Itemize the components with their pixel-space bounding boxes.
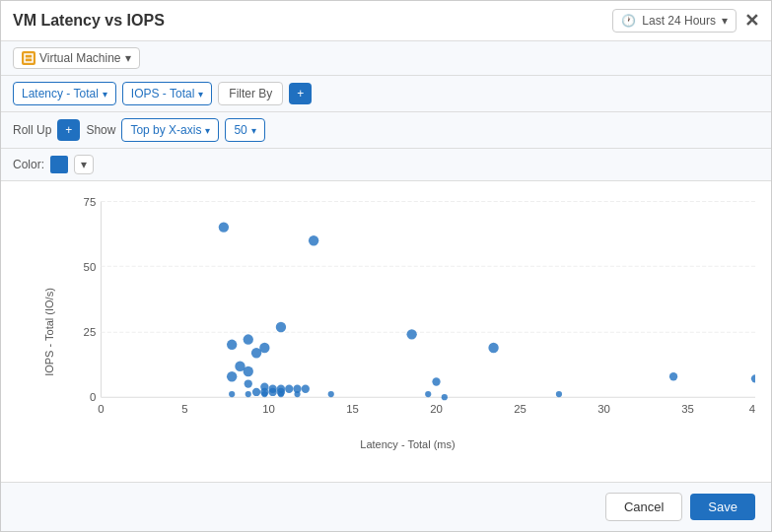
latency-dropdown[interactable]: Latency - Total ▾: [13, 82, 116, 105]
topby-dropdown[interactable]: Top by X-axis ▾: [121, 118, 219, 142]
chart-inner: 75 50 25 0 0 5 10 15 20 25 30 35 40: [60, 191, 755, 438]
svg-point-30: [245, 379, 252, 387]
toolbar-row: Virtual Machine ▾: [1, 41, 771, 76]
svg-text:5: 5: [181, 403, 187, 415]
chevron-down-icon: ▾: [81, 158, 87, 171]
clock-icon: 🕐: [621, 14, 636, 28]
svg-point-46: [328, 391, 334, 397]
svg-point-48: [432, 377, 440, 385]
svg-text:0: 0: [98, 403, 104, 415]
count-dropdown[interactable]: 50 ▾: [225, 118, 264, 142]
svg-text:35: 35: [681, 403, 694, 415]
svg-text:75: 75: [84, 196, 97, 208]
modal-header: VM Latency vs IOPS 🕐 Last 24 Hours ▾ ✕: [1, 1, 771, 41]
svg-point-50: [406, 329, 416, 339]
x-axis-label: Latency - Total (ms): [60, 438, 755, 450]
controls-row-1: Latency - Total ▾ IOPS - Total ▾ Filter …: [1, 76, 771, 112]
controls-row-2: Roll Up + Show Top by X-axis ▾ 50 ▾: [1, 112, 771, 149]
svg-point-45: [294, 391, 300, 397]
modal-container: VM Latency vs IOPS 🕐 Last 24 Hours ▾ ✕ V…: [0, 0, 772, 532]
svg-text:50: 50: [84, 260, 97, 272]
svg-text:40: 40: [749, 403, 755, 415]
save-button[interactable]: Save: [690, 494, 755, 520]
svg-text:10: 10: [262, 403, 275, 415]
svg-text:30: 30: [597, 403, 610, 415]
svg-point-39: [269, 388, 277, 396]
rollup-label: Roll Up: [13, 123, 51, 137]
color-dropdown[interactable]: ▾: [74, 155, 94, 174]
svg-point-52: [669, 372, 677, 380]
chevron-down-icon: ▾: [125, 51, 131, 65]
show-label: Show: [86, 123, 115, 137]
chevron-down-icon: ▾: [251, 125, 256, 136]
iops-label: IOPS - Total: [131, 87, 194, 100]
svg-point-20: [219, 222, 229, 232]
iops-dropdown[interactable]: IOPS - Total ▾: [122, 82, 212, 105]
vm-badge[interactable]: Virtual Machine ▾: [13, 47, 140, 69]
chevron-down-icon: ▾: [198, 89, 203, 100]
svg-point-37: [252, 388, 260, 396]
svg-point-41: [229, 391, 235, 397]
chevron-down-icon: ▾: [205, 125, 210, 136]
chart-area: IOPS - Total (IO/s) 75 50 25 0 0 5 10 15: [1, 181, 771, 482]
topby-label: Top by X-axis: [130, 123, 201, 137]
svg-point-24: [227, 340, 237, 350]
cancel-button[interactable]: Cancel: [605, 493, 682, 521]
svg-text:15: 15: [346, 403, 359, 415]
chevron-down-icon: ▾: [722, 14, 728, 28]
vm-icon: [22, 51, 35, 65]
svg-point-22: [276, 322, 286, 332]
modal-footer: Cancel Save: [1, 482, 771, 531]
svg-point-43: [261, 391, 267, 397]
scatter-chart: 75 50 25 0 0 5 10 15 20 25 30 35 40: [60, 191, 755, 438]
close-button[interactable]: ✕: [744, 10, 759, 32]
modal-title: VM Latency vs IOPS: [13, 12, 612, 30]
rollup-add-button[interactable]: +: [57, 119, 80, 141]
filter-by-button[interactable]: Filter By: [218, 82, 283, 105]
color-swatch[interactable]: [50, 156, 68, 173]
svg-text:25: 25: [514, 403, 526, 415]
vm-label: Virtual Machine: [39, 51, 121, 65]
svg-point-54: [556, 391, 562, 397]
add-filter-button[interactable]: +: [289, 83, 312, 104]
latency-label: Latency - Total: [22, 87, 99, 100]
color-label: Color:: [13, 158, 44, 171]
svg-point-53: [751, 374, 755, 382]
svg-point-29: [227, 371, 237, 381]
svg-point-28: [244, 366, 253, 376]
svg-point-49: [442, 394, 448, 400]
svg-point-44: [278, 391, 284, 397]
svg-text:20: 20: [430, 403, 443, 415]
svg-point-51: [488, 343, 498, 353]
time-label: Last 24 Hours: [642, 14, 716, 28]
count-label: 50: [234, 123, 246, 137]
svg-text:25: 25: [84, 326, 97, 338]
filter-label: Filter By: [229, 87, 272, 100]
svg-text:0: 0: [90, 391, 96, 403]
svg-point-36: [302, 385, 310, 393]
svg-point-42: [246, 391, 251, 397]
y-axis-label: IOPS - Total (IO/s): [43, 288, 55, 376]
svg-point-34: [285, 385, 293, 393]
svg-point-23: [244, 334, 253, 344]
time-selector[interactable]: 🕐 Last 24 Hours ▾: [612, 9, 737, 33]
svg-point-26: [251, 348, 261, 358]
chevron-down-icon: ▾: [103, 89, 107, 100]
color-row: Color: ▾: [1, 149, 771, 181]
svg-point-21: [309, 235, 318, 245]
svg-point-47: [425, 391, 431, 397]
